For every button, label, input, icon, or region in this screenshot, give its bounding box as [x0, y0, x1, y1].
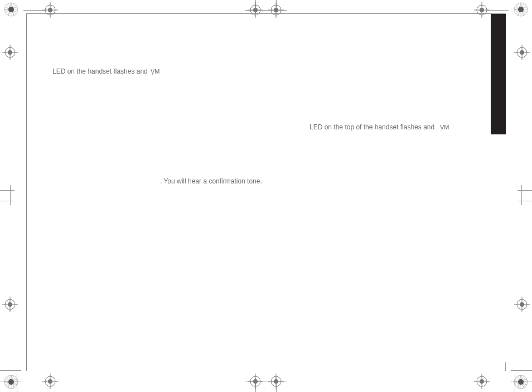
- page-tab: [491, 14, 506, 134]
- crop-mark: [518, 201, 532, 201]
- frame-line: [26, 13, 27, 370]
- starburst-decoration: [514, 375, 528, 389]
- crop-mark: [521, 185, 522, 205]
- svg-point-41: [8, 379, 14, 385]
- registration-mark-icon: [514, 297, 530, 312]
- body-text: . You will hear a confirmation tone.: [160, 177, 262, 185]
- svg-text:VM: VM: [440, 124, 449, 130]
- registration-mark-icon: [268, 2, 284, 18]
- registration-mark-icon: [42, 2, 58, 18]
- starburst-decoration: [514, 2, 528, 17]
- crop-mark: [0, 190, 14, 191]
- registration-mark-icon: [248, 374, 263, 389]
- body-text: LED on the top of the handset flashes an…: [309, 123, 449, 131]
- crop-mark: [10, 185, 11, 205]
- svg-point-13: [8, 7, 14, 12]
- svg-point-55: [518, 379, 524, 385]
- voicemail-icon: VM: [151, 68, 159, 76]
- crop-mark: [0, 201, 14, 201]
- voicemail-icon: VM: [440, 124, 449, 132]
- text-fragment: LED on the handset flashes and: [52, 67, 148, 75]
- crop-mark: [505, 362, 506, 371]
- svg-point-27: [518, 7, 524, 12]
- body-text: LED on the handset flashes and VM: [52, 67, 159, 75]
- svg-text:VM: VM: [151, 68, 159, 75]
- starburst-decoration: [4, 375, 18, 389]
- frame-line: [26, 13, 505, 14]
- registration-mark-icon: [474, 374, 490, 389]
- registration-mark-icon: [474, 2, 490, 18]
- crop-mark: [487, 10, 509, 11]
- text-fragment: LED on the top of the handset flashes an…: [309, 123, 434, 131]
- registration-mark-icon: [514, 45, 530, 60]
- crop-mark: [0, 370, 21, 371]
- starburst-decoration: [4, 2, 18, 17]
- crop-mark: [511, 370, 532, 371]
- registration-mark-icon: [42, 374, 58, 389]
- registration-mark-icon: [268, 374, 284, 389]
- text-fragment: . You will hear a confirmation tone.: [160, 177, 262, 185]
- registration-mark-icon: [2, 297, 18, 312]
- registration-mark-icon: [2, 45, 18, 60]
- registration-mark-icon: [248, 2, 263, 18]
- crop-mark: [518, 190, 532, 191]
- crop-mark: [23, 10, 45, 11]
